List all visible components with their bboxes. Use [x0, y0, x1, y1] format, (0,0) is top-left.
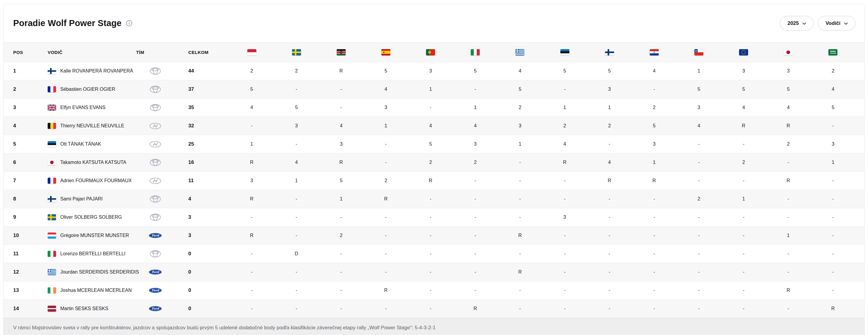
driver-row[interactable]: 12Jourdan SERDERIDIS SERDERIDIS Ford0---… — [4, 263, 864, 281]
stage-points-value: - — [296, 288, 297, 293]
stage-points-value: R — [473, 306, 477, 311]
rally-column-sweden[interactable] — [274, 49, 319, 56]
driver-name: Grégoire MUNSTER MUNSTER — [60, 233, 129, 238]
rally-column-japan[interactable] — [766, 49, 811, 56]
driver-row[interactable]: 3Elfyn EVANS EVANS 3545-3-121123445 — [4, 99, 864, 117]
rally-column-spain[interactable] — [363, 49, 408, 56]
stage-points-value: 5 — [474, 68, 477, 74]
rally-column-european-union[interactable] — [721, 49, 766, 56]
stage-points-chile: - — [676, 269, 721, 275]
stage-points-value: 4 — [742, 105, 745, 110]
flag-japan-icon — [784, 49, 793, 56]
stage-points-italy: - — [453, 269, 498, 275]
rally-column-greece[interactable] — [498, 49, 542, 56]
stage-points-japan: 2 — [766, 141, 811, 147]
rally-column-italy[interactable] — [453, 49, 498, 56]
stage-points-monaco: - — [229, 269, 274, 275]
stage-points-value: 4 — [519, 68, 521, 74]
driver-row[interactable]: 11Lorenzo BERTELLI BERTELLI 0-D---------… — [4, 245, 864, 263]
stage-points-value: 2 — [832, 68, 834, 74]
rally-column-estonia[interactable] — [542, 49, 587, 56]
driver-row[interactable]: 8Sami Pajari PAJARI 4R-1R------21-- — [4, 190, 864, 208]
rally-points-cells: 22R53545541332 — [229, 62, 856, 80]
stage-points-european-union: - — [721, 288, 766, 293]
stage-points-value: 3 — [429, 68, 432, 74]
stage-points-value: 1 — [429, 87, 432, 92]
total-points: 3 — [175, 214, 229, 220]
season-dropdown[interactable]: 2025 — [780, 16, 814, 31]
page-title: Poradie Wolf Power Stage — [13, 18, 121, 28]
driver-row[interactable]: 6Takamoto KATSUTA KATSUTA 16R4R-22-R41-2… — [4, 154, 864, 172]
stage-points-value: - — [251, 251, 252, 257]
stage-points-value: 4 — [295, 160, 298, 165]
rally-column-finland[interactable] — [587, 49, 632, 56]
stage-points-value: - — [251, 269, 252, 275]
flag-sweden-icon — [48, 214, 56, 220]
stage-points-chile: - — [676, 160, 721, 165]
stage-points-value: - — [698, 269, 700, 275]
toyota-logo-icon — [149, 159, 161, 166]
stage-points-japan: 1 — [766, 233, 811, 238]
rally-column-paraguay[interactable] — [632, 49, 676, 56]
stage-points-value: 5 — [340, 178, 342, 183]
stage-points-japan: R — [766, 178, 811, 183]
category-dropdown[interactable]: Vodiči — [818, 16, 856, 31]
driver-row[interactable]: 2Sébastien OGIER OGIER 375--41-5-3-5554 — [4, 80, 864, 99]
driver-row[interactable]: 9Oliver SOLBERG SOLBERG 3-------3------ — [4, 208, 864, 227]
team-cell — [136, 213, 175, 221]
rally-column-kenya[interactable] — [319, 49, 363, 56]
driver-cell: Grégoire MUNSTER MUNSTER — [48, 233, 136, 238]
rally-column-chile[interactable] — [676, 49, 721, 56]
flag-latvia-icon — [48, 306, 56, 312]
info-icon[interactable] — [126, 20, 132, 27]
flag-luxembourg-icon — [48, 233, 56, 238]
stage-points-estonia: - — [542, 178, 587, 183]
stage-points-value: 4 — [832, 87, 834, 92]
stage-points-value: - — [340, 87, 342, 92]
driver-row[interactable]: 13Joshua MCERLEAN MCERLEAN Ford0---R----… — [4, 281, 864, 300]
team-cell: Ford — [136, 269, 175, 275]
stage-points-value: - — [385, 160, 386, 165]
stage-points-portugal: - — [408, 269, 453, 275]
stage-points-value: 1 — [474, 105, 477, 110]
rally-points-cells: 3152R---RR--R- — [229, 172, 856, 190]
driver-row[interactable]: 5Ott TÄNAK TÄNAK 251-3-5314-3--23 — [4, 135, 864, 154]
stage-points-saudi-arabia: 3 — [811, 141, 856, 147]
stage-points-japan: - — [766, 269, 811, 275]
stage-points-estonia: - — [542, 196, 587, 202]
stage-points-value: 1 — [385, 123, 388, 129]
rally-column-portugal[interactable] — [408, 49, 453, 56]
rally-column-saudi-arabia[interactable] — [811, 49, 856, 56]
stage-points-japan: 3 — [766, 68, 811, 74]
rally-column-monaco[interactable] — [229, 49, 274, 56]
stage-points-portugal: - — [408, 306, 453, 311]
position: 11 — [13, 251, 48, 257]
driver-row[interactable]: 14Martin SESKS SESKS Ford0-----R-------R — [4, 300, 864, 318]
driver-name: Lorenzo BERTELLI BERTELLI — [60, 251, 125, 257]
stage-points-value: - — [340, 306, 342, 311]
stage-points-italy: 5 — [453, 68, 498, 74]
stage-points-value: - — [653, 196, 655, 202]
stage-points-chile: - — [676, 233, 721, 238]
driver-row[interactable]: 10Grégoire MUNSTER MUNSTER Ford3R-2---R-… — [4, 227, 864, 245]
total-points: 0 — [175, 287, 229, 293]
stage-points-saudi-arabia: - — [811, 196, 856, 202]
stage-points-spain: - — [363, 160, 408, 165]
stage-points-value: - — [296, 87, 297, 92]
stage-points-value: 3 — [742, 68, 745, 74]
stage-points-value: - — [698, 141, 700, 147]
ford-logo-icon: Ford — [149, 233, 162, 238]
stage-points-european-union: - — [721, 233, 766, 238]
stage-points-value: 4 — [250, 105, 253, 110]
driver-row[interactable]: 7Adrien FOURMAUX FOURMAUX 113152R---RR--… — [4, 172, 864, 190]
stage-points-value: - — [564, 196, 565, 202]
stage-points-paraguay: - — [632, 214, 676, 220]
stage-points-spain: - — [363, 214, 408, 220]
driver-row[interactable]: 1Kalle ROVANPERÄ ROVANPERÄ 4422R53545541… — [4, 62, 864, 80]
stage-points-chile: - — [676, 306, 721, 311]
stage-points-finland: - — [587, 306, 632, 311]
driver-row[interactable]: 4Thierry NEUVILLE NEUVILLE 32-3414432254… — [4, 117, 864, 135]
toyota-logo-icon — [149, 67, 161, 75]
stage-points-value: 3 — [340, 141, 342, 147]
stage-points-value: - — [564, 233, 565, 238]
